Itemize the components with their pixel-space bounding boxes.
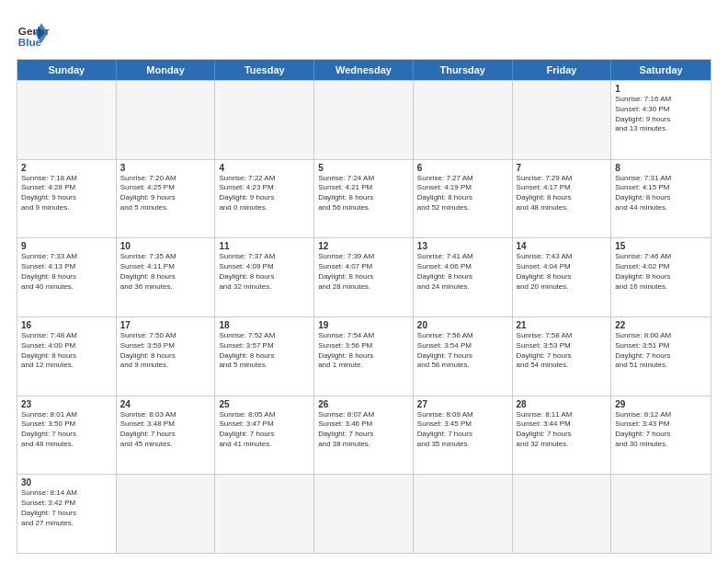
cal-empty bbox=[215, 81, 314, 159]
logo: General Blue bbox=[17, 17, 50, 50]
day-info: Sunrise: 8:11 AM Sunset: 3:44 PM Dayligh… bbox=[517, 410, 608, 450]
day-number: 28 bbox=[517, 399, 608, 409]
page: General Blue SundayMondayTuesdayWednesda… bbox=[0, 0, 728, 563]
cal-day-11: 11Sunrise: 7:37 AM Sunset: 4:09 PM Dayli… bbox=[215, 238, 314, 316]
col-header-wednesday: Wednesday bbox=[314, 60, 414, 80]
day-info: Sunrise: 8:05 AM Sunset: 3:47 PM Dayligh… bbox=[219, 410, 310, 450]
cal-day-14: 14Sunrise: 7:43 AM Sunset: 4:04 PM Dayli… bbox=[513, 238, 612, 316]
cal-day-10: 10Sunrise: 7:35 AM Sunset: 4:11 PM Dayli… bbox=[117, 238, 216, 316]
cal-empty bbox=[513, 81, 612, 159]
cal-empty bbox=[17, 81, 117, 159]
cal-day-15: 15Sunrise: 7:46 AM Sunset: 4:02 PM Dayli… bbox=[611, 238, 711, 316]
col-header-friday: Friday bbox=[513, 60, 612, 80]
cal-day-7: 7Sunrise: 7:29 AM Sunset: 4:17 PM Daylig… bbox=[513, 160, 612, 238]
day-info: Sunrise: 7:58 AM Sunset: 3:53 PM Dayligh… bbox=[517, 331, 608, 371]
day-info: Sunrise: 7:18 AM Sunset: 4:28 PM Dayligh… bbox=[21, 174, 112, 213]
day-info: Sunrise: 7:41 AM Sunset: 4:06 PM Dayligh… bbox=[417, 252, 508, 292]
col-header-thursday: Thursday bbox=[414, 60, 513, 80]
cal-day-12: 12Sunrise: 7:39 AM Sunset: 4:07 PM Dayli… bbox=[314, 238, 414, 316]
cal-empty bbox=[513, 475, 612, 553]
cal-day-21: 21Sunrise: 7:58 AM Sunset: 3:53 PM Dayli… bbox=[513, 317, 612, 396]
cal-empty bbox=[414, 81, 513, 159]
day-info: Sunrise: 7:29 AM Sunset: 4:17 PM Dayligh… bbox=[517, 174, 608, 213]
day-info: Sunrise: 7:50 AM Sunset: 3:59 PM Dayligh… bbox=[120, 331, 211, 371]
cal-day-22: 22Sunrise: 8:00 AM Sunset: 3:51 PM Dayli… bbox=[611, 317, 711, 396]
day-number: 22 bbox=[615, 320, 707, 330]
cal-day-9: 9Sunrise: 7:33 AM Sunset: 4:13 PM Daylig… bbox=[17, 238, 117, 316]
cal-day-18: 18Sunrise: 7:52 AM Sunset: 3:57 PM Dayli… bbox=[215, 317, 314, 396]
cal-empty bbox=[117, 81, 216, 159]
cal-week-1: 2Sunrise: 7:18 AM Sunset: 4:28 PM Daylig… bbox=[17, 159, 711, 238]
calendar: SundayMondayTuesdayWednesdayThursdayFrid… bbox=[17, 59, 711, 554]
col-header-saturday: Saturday bbox=[611, 60, 711, 80]
day-number: 10 bbox=[120, 241, 211, 251]
day-number: 27 bbox=[417, 399, 508, 409]
day-info: Sunrise: 7:43 AM Sunset: 4:04 PM Dayligh… bbox=[517, 252, 608, 292]
cal-day-17: 17Sunrise: 7:50 AM Sunset: 3:59 PM Dayli… bbox=[117, 317, 216, 396]
col-header-sunday: Sunday bbox=[17, 60, 117, 80]
day-number: 20 bbox=[417, 320, 508, 330]
cal-empty bbox=[414, 475, 513, 553]
cal-day-6: 6Sunrise: 7:27 AM Sunset: 4:19 PM Daylig… bbox=[414, 160, 513, 238]
day-number: 23 bbox=[21, 399, 112, 409]
col-header-tuesday: Tuesday bbox=[215, 60, 314, 80]
cal-day-25: 25Sunrise: 8:05 AM Sunset: 3:47 PM Dayli… bbox=[215, 396, 314, 475]
day-info: Sunrise: 8:07 AM Sunset: 3:46 PM Dayligh… bbox=[318, 410, 409, 450]
logo-icon: General Blue bbox=[17, 17, 50, 50]
cal-empty bbox=[117, 475, 216, 553]
cal-day-20: 20Sunrise: 7:56 AM Sunset: 3:54 PM Dayli… bbox=[414, 317, 513, 396]
col-header-monday: Monday bbox=[117, 60, 216, 80]
day-info: Sunrise: 7:56 AM Sunset: 3:54 PM Dayligh… bbox=[417, 331, 508, 371]
day-info: Sunrise: 7:37 AM Sunset: 4:09 PM Dayligh… bbox=[219, 252, 310, 292]
day-number: 15 bbox=[615, 241, 707, 251]
cal-week-3: 16Sunrise: 7:48 AM Sunset: 4:00 PM Dayli… bbox=[17, 316, 711, 396]
day-number: 24 bbox=[120, 399, 211, 409]
day-number: 2 bbox=[21, 163, 112, 173]
day-number: 8 bbox=[615, 163, 707, 173]
day-number: 6 bbox=[417, 163, 508, 173]
day-number: 25 bbox=[219, 399, 310, 409]
day-info: Sunrise: 8:12 AM Sunset: 3:43 PM Dayligh… bbox=[615, 410, 707, 450]
cal-day-27: 27Sunrise: 8:09 AM Sunset: 3:45 PM Dayli… bbox=[414, 396, 513, 475]
calendar-body: 1Sunrise: 7:16 AM Sunset: 4:30 PM Daylig… bbox=[17, 80, 711, 553]
day-number: 7 bbox=[517, 163, 608, 173]
day-number: 3 bbox=[120, 163, 211, 173]
cal-day-28: 28Sunrise: 8:11 AM Sunset: 3:44 PM Dayli… bbox=[513, 396, 612, 475]
cal-day-5: 5Sunrise: 7:24 AM Sunset: 4:21 PM Daylig… bbox=[314, 160, 414, 238]
day-info: Sunrise: 7:31 AM Sunset: 4:15 PM Dayligh… bbox=[615, 174, 707, 213]
day-info: Sunrise: 7:52 AM Sunset: 3:57 PM Dayligh… bbox=[219, 331, 310, 371]
day-info: Sunrise: 7:24 AM Sunset: 4:21 PM Dayligh… bbox=[318, 174, 409, 213]
cal-day-16: 16Sunrise: 7:48 AM Sunset: 4:00 PM Dayli… bbox=[17, 317, 117, 396]
day-number: 26 bbox=[318, 399, 409, 409]
day-number: 29 bbox=[615, 399, 707, 409]
day-number: 9 bbox=[21, 241, 112, 251]
day-number: 4 bbox=[219, 163, 310, 173]
cal-day-19: 19Sunrise: 7:54 AM Sunset: 3:56 PM Dayli… bbox=[314, 317, 414, 396]
cal-week-4: 23Sunrise: 8:01 AM Sunset: 3:50 PM Dayli… bbox=[17, 396, 711, 475]
day-info: Sunrise: 8:01 AM Sunset: 3:50 PM Dayligh… bbox=[21, 410, 112, 450]
cal-empty bbox=[314, 81, 414, 159]
cal-day-26: 26Sunrise: 8:07 AM Sunset: 3:46 PM Dayli… bbox=[314, 396, 414, 475]
day-info: Sunrise: 7:16 AM Sunset: 4:30 PM Dayligh… bbox=[615, 95, 707, 134]
header: General Blue bbox=[17, 17, 711, 50]
day-info: Sunrise: 7:54 AM Sunset: 3:56 PM Dayligh… bbox=[318, 331, 409, 371]
cal-day-30: 30Sunrise: 8:14 AM Sunset: 3:42 PM Dayli… bbox=[17, 475, 117, 553]
day-info: Sunrise: 7:35 AM Sunset: 4:11 PM Dayligh… bbox=[120, 252, 211, 292]
day-info: Sunrise: 7:22 AM Sunset: 4:23 PM Dayligh… bbox=[219, 174, 310, 213]
day-number: 18 bbox=[219, 320, 310, 330]
cal-week-5: 30Sunrise: 8:14 AM Sunset: 3:42 PM Dayli… bbox=[17, 474, 711, 553]
cal-day-24: 24Sunrise: 8:03 AM Sunset: 3:48 PM Dayli… bbox=[117, 396, 216, 475]
cal-day-8: 8Sunrise: 7:31 AM Sunset: 4:15 PM Daylig… bbox=[611, 160, 711, 238]
cal-empty bbox=[215, 475, 314, 553]
day-info: Sunrise: 7:27 AM Sunset: 4:19 PM Dayligh… bbox=[417, 174, 508, 213]
cal-day-13: 13Sunrise: 7:41 AM Sunset: 4:06 PM Dayli… bbox=[414, 238, 513, 316]
day-number: 11 bbox=[219, 241, 310, 251]
day-info: Sunrise: 7:20 AM Sunset: 4:25 PM Dayligh… bbox=[120, 174, 211, 213]
cal-empty bbox=[611, 475, 711, 553]
day-number: 19 bbox=[318, 320, 409, 330]
cal-day-4: 4Sunrise: 7:22 AM Sunset: 4:23 PM Daylig… bbox=[215, 160, 314, 238]
cal-empty bbox=[314, 475, 414, 553]
day-info: Sunrise: 7:46 AM Sunset: 4:02 PM Dayligh… bbox=[615, 252, 707, 292]
day-info: Sunrise: 8:00 AM Sunset: 3:51 PM Dayligh… bbox=[615, 331, 707, 371]
day-number: 30 bbox=[21, 477, 112, 488]
